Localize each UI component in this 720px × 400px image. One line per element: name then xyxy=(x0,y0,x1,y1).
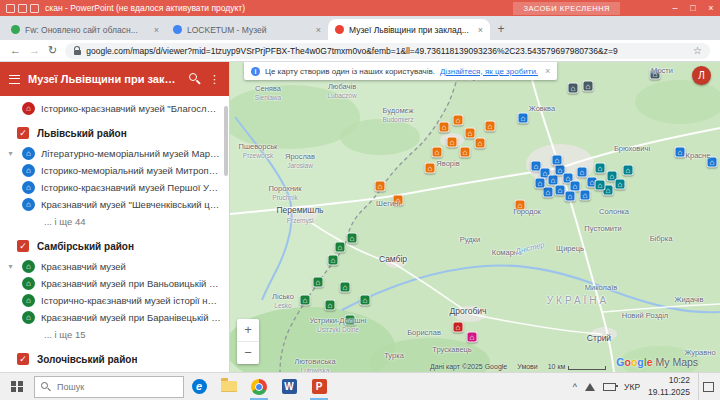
map-marker[interactable]: ⌂ xyxy=(347,233,358,244)
sidebar-item[interactable]: ▾⌂Краєзнавчий музей xyxy=(0,258,229,275)
sidebar-item[interactable]: ⌂Краєзнавчий музей "Шевченківський цен..… xyxy=(0,196,229,213)
forward-icon[interactable]: → xyxy=(29,45,40,56)
start-button[interactable] xyxy=(0,373,34,400)
sidebar-item[interactable]: ⌂Історико-меморіальний музей Митропол... xyxy=(0,162,229,179)
map-marker[interactable]: ⌂ xyxy=(328,255,339,266)
map-marker[interactable]: ⌂ xyxy=(447,137,458,148)
sidebar-scrollbar[interactable] xyxy=(224,106,228,176)
chevron-down-icon[interactable]: ▾ xyxy=(5,149,16,158)
pp-minimize-button[interactable]: – xyxy=(666,0,684,16)
save-icon[interactable] xyxy=(6,4,15,13)
browser-tab[interactable]: Fw: Оновлено сайт обласн...× xyxy=(4,19,166,40)
map-marker[interactable]: ⌂ xyxy=(580,190,591,201)
sidebar-section[interactable]: ✓Львівський район xyxy=(0,117,229,145)
layer-checkbox[interactable]: ✓ xyxy=(17,240,29,252)
map-marker[interactable]: ⌂ xyxy=(518,113,529,124)
chevron-down-icon[interactable]: ▾ xyxy=(5,262,16,271)
sidebar-item[interactable]: ▾⌂Літературно-меморіальний музей Маркія.… xyxy=(0,145,229,162)
taskbar-powerpoint-icon[interactable]: P xyxy=(304,373,334,400)
notice-close-icon[interactable]: × xyxy=(545,66,550,76)
new-tab-button[interactable]: + xyxy=(490,19,512,40)
map-marker[interactable]: ⌂ xyxy=(485,121,496,132)
url-text[interactable]: google.com/maps/d/viewer?mid=1tzuyp9VSrP… xyxy=(86,46,688,56)
map-marker[interactable]: ⌂ xyxy=(453,115,464,126)
kebab-menu-icon[interactable]: ⋮ xyxy=(209,73,220,86)
pp-close-button[interactable]: × xyxy=(702,0,720,16)
map-marker[interactable]: ⌂ xyxy=(460,147,471,158)
map-canvas[interactable]: Рава-РуськаМостиЖовкваБрюховичіКраснеЯво… xyxy=(230,62,720,372)
map-marker[interactable]: ⌂ xyxy=(595,180,606,191)
browser-tab[interactable]: LOCKETUM - Музей× xyxy=(166,19,328,40)
undo-icon[interactable] xyxy=(18,4,27,13)
map-marker[interactable]: ⌂ xyxy=(552,155,563,166)
map-marker[interactable]: ⌂ xyxy=(360,295,371,306)
notice-link[interactable]: Дізнайтеся, як це зробити. xyxy=(440,67,538,76)
taskbar-edge-icon[interactable]: e xyxy=(184,373,214,400)
taskbar-search-box[interactable]: Пошук xyxy=(34,376,184,398)
sidebar-item[interactable]: ⌂Краєзнавчий музей при Баранівецькій З..… xyxy=(0,309,229,326)
pp-maximize-button[interactable]: □ xyxy=(684,0,702,16)
tray-expand-icon[interactable]: ^ xyxy=(573,382,577,392)
map-marker[interactable]: ⌂ xyxy=(467,332,478,343)
sidebar-item[interactable]: ⌂Історико-краєзнавчий музей Першої Укра.… xyxy=(0,179,229,196)
map-marker[interactable]: ⌂ xyxy=(453,322,464,333)
back-icon[interactable]: ← xyxy=(10,45,21,56)
pp-ribbon-tab-drawing-tools[interactable]: ЗАСОБИ КРЕСЛЕННЯ xyxy=(513,2,620,15)
map-marker[interactable]: ⌂ xyxy=(375,181,386,192)
map-marker[interactable]: ⌂ xyxy=(623,165,634,176)
map-marker[interactable]: ⌂ xyxy=(432,147,443,158)
sidebar-item[interactable]: ⌂Історично-краєзнавчий музей історії нац… xyxy=(0,292,229,309)
map-marker[interactable]: ⌂ xyxy=(335,242,346,253)
redo-icon[interactable] xyxy=(30,4,39,13)
tab-close-icon[interactable]: × xyxy=(154,25,159,35)
taskbar-explorer-icon[interactable] xyxy=(214,373,244,400)
browser-tab[interactable]: Музеї Львівщини при заклад...× xyxy=(328,19,490,40)
address-bar[interactable]: google.com/maps/d/viewer?mid=1tzuyp9VSrP… xyxy=(65,43,710,59)
search-icon[interactable] xyxy=(189,73,201,85)
map-marker[interactable]: ⌂ xyxy=(568,83,579,94)
menu-icon[interactable] xyxy=(9,75,20,84)
sidebar-section[interactable]: ✓Золочівський район xyxy=(0,343,229,371)
map-marker[interactable]: ⌂ xyxy=(577,167,588,178)
tab-close-icon[interactable]: × xyxy=(478,25,483,35)
map-marker[interactable]: ⌂ xyxy=(425,163,436,174)
language-indicator[interactable]: УКР xyxy=(624,382,640,392)
map-label: Pruchnik xyxy=(272,194,297,201)
map-marker[interactable]: ⌂ xyxy=(340,282,351,293)
sidebar-item[interactable]: ⌂Краєзнавчий музей при Ваньовицькій С... xyxy=(0,275,229,292)
map-marker[interactable]: ⌂ xyxy=(325,300,336,311)
map-marker[interactable]: ⌂ xyxy=(535,178,546,189)
layer-checkbox[interactable]: ✓ xyxy=(17,127,29,139)
map-marker[interactable]: ⌂ xyxy=(565,191,576,202)
action-center-button[interactable] xyxy=(698,373,717,400)
tab-close-icon[interactable]: × xyxy=(316,25,321,35)
map-marker[interactable]: ⌂ xyxy=(595,163,606,174)
sidebar-item[interactable]: ⌂Історико-краєзнавчий музей "Благослове.… xyxy=(0,100,229,117)
bookmark-star-icon[interactable]: ☆ xyxy=(693,45,702,56)
zoom-out-button[interactable]: − xyxy=(237,341,259,364)
battery-icon[interactable] xyxy=(603,383,616,391)
map-marker[interactable]: ⌂ xyxy=(439,122,450,133)
sidebar-more-link[interactable]: ... і ще 44 xyxy=(0,213,229,230)
map-marker[interactable]: ⌂ xyxy=(465,128,476,139)
zoom-in-button[interactable]: + xyxy=(237,319,259,341)
taskbar-chrome-icon[interactable] xyxy=(244,373,274,400)
map-label: Мости xyxy=(651,66,673,75)
map-marker[interactable]: ⌂ xyxy=(300,295,311,306)
layer-checkbox[interactable]: ✓ xyxy=(17,353,29,365)
sidebar-more-link[interactable]: ... і ще 15 xyxy=(0,326,229,343)
mymaps-logo-text: My Maps xyxy=(656,356,699,368)
map-marker[interactable]: ⌂ xyxy=(313,277,324,288)
account-avatar[interactable]: Л xyxy=(692,66,711,85)
map-marker[interactable]: ⌂ xyxy=(615,179,626,190)
terms-link[interactable]: Умови xyxy=(517,363,537,370)
taskbar-clock[interactable]: 10:22 19.11.2025 xyxy=(648,375,690,397)
map-label: Жовква xyxy=(529,104,555,113)
wifi-icon[interactable] xyxy=(585,383,595,391)
map-marker[interactable]: ⌂ xyxy=(583,81,594,92)
reload-icon[interactable]: ↻ xyxy=(48,45,57,56)
map-marker[interactable]: ⌂ xyxy=(675,147,686,158)
taskbar-word-icon[interactable]: W xyxy=(274,373,304,400)
map-marker[interactable]: ⌂ xyxy=(475,138,486,149)
sidebar-section[interactable]: ✓Самбірський район xyxy=(0,230,229,258)
